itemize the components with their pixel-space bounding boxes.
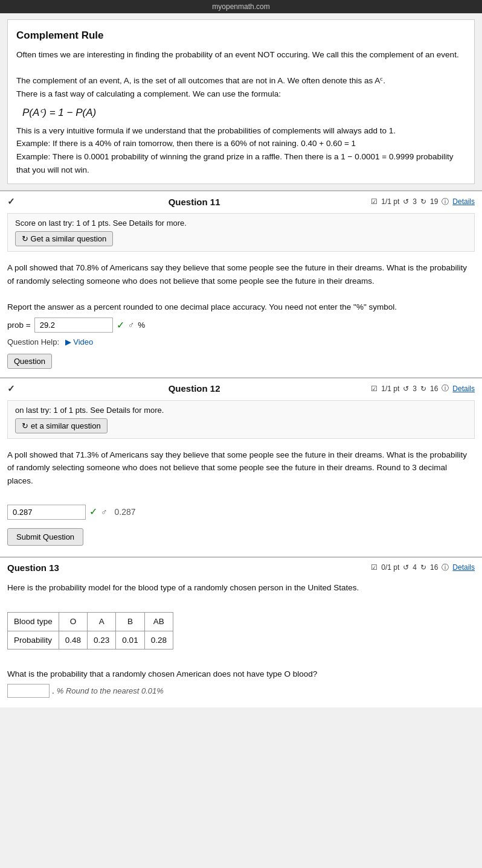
blood-type-b-header: B: [116, 613, 144, 631]
probability-label: Probability: [8, 631, 59, 649]
q12-body-text: A poll showed that 71.3% of Americans sa…: [7, 448, 475, 488]
q11-help-label: Question Help:: [7, 337, 59, 346]
q13-label: Question 13: [7, 563, 59, 573]
q12-checkmark: ✓: [7, 383, 15, 394]
question-13-header: Question 13 ☑ 0/1 pt ↺ 4 ↻ 16 ⓘ Details: [0, 558, 482, 575]
domain-label: myopenmath.com: [212, 2, 269, 11]
q12-answer-input[interactable]: [7, 505, 86, 520]
q11-input-row: prob = ✓ ♂ %: [7, 318, 475, 333]
question-12-block: ✓ Question 12 ☑ 1/1 pt ↺ 3 ↻ 16 ⓘ Detail…: [0, 377, 482, 557]
q11-points: 1/1 pt: [381, 197, 399, 206]
q11-report-text: Report the answer as a percent rounded t…: [7, 301, 475, 314]
q11-prob-unit: %: [138, 319, 145, 332]
q12-retry-count: 3: [413, 385, 417, 393]
q11-help-row: Question Help: ▶ Video: [7, 336, 475, 349]
q12-points: 1/1 pt: [381, 385, 399, 393]
q13-input-row: . % Round to the nearest 0.01%: [7, 684, 475, 698]
top-bar: myopenmath.com: [0, 0, 482, 13]
q13-body: Here is the probability model for the bl…: [0, 575, 482, 708]
q12-similar-label: et a similar question: [31, 421, 101, 430]
q11-checkmark: ✓: [7, 196, 15, 207]
q12-similar-icon: ↻: [22, 421, 28, 430]
prob-o-value: 0.48: [59, 631, 87, 649]
prob-ab-value: 0.28: [144, 631, 173, 649]
table-prob-row: Probability 0.48 0.23 0.01 0.28: [8, 631, 173, 649]
q11-prob-input[interactable]: [34, 318, 113, 333]
q13-header-right: ☑ 0/1 pt ↺ 4 ↻ 16 ⓘ Details: [371, 563, 475, 573]
formula-display: P(Aᶜ) = 1 − P(A): [16, 104, 466, 121]
q11-prob-label: prob =: [7, 319, 31, 332]
info-para-5: Example: If there is a 40% of rain tomor…: [16, 137, 466, 150]
blood-type-header: Blood type: [8, 613, 59, 631]
q12-info-icon: ⓘ: [442, 383, 449, 394]
q13-retry-icon: ↺: [403, 563, 409, 572]
blood-type-o-header: O: [59, 613, 87, 631]
q11-label: Question 11: [169, 197, 220, 207]
q11-info-icon: ⓘ: [442, 197, 449, 207]
info-box-title: Complement Rule: [16, 27, 466, 43]
blood-type-table: Blood type O A B AB Probability 0.48 0.2…: [7, 612, 173, 649]
blood-type-a-header: A: [88, 613, 116, 631]
q12-body: A poll showed that 71.3% of Americans sa…: [0, 442, 482, 557]
q12-refresh-count: 16: [430, 385, 438, 393]
q12-header-right: ☑ 1/1 pt ↺ 3 ↻ 16 ⓘ Details: [371, 383, 475, 394]
q11-score-text: Score on last try: 1 of 1 pts. See Detai…: [15, 219, 187, 228]
q13-info-icon: ⓘ: [442, 563, 449, 573]
info-para-2: The complement of an event, A, is the se…: [16, 74, 466, 88]
q12-check-icon: ☑: [371, 385, 378, 393]
q12-similar-button[interactable]: ↻ et a similar question: [15, 418, 108, 433]
question-12-header: ✓ Question 12 ☑ 1/1 pt ↺ 3 ↻ 16 ⓘ Detail…: [0, 378, 482, 397]
q12-label: Question 12: [169, 383, 220, 394]
question-13-block: Question 13 ☑ 0/1 pt ↺ 4 ↻ 16 ⓘ Details …: [0, 557, 482, 708]
q12-score-text: on last try: 1 of 1 pts. See Details for…: [15, 406, 164, 415]
info-para-3: There is a fast way of calculating a com…: [16, 88, 466, 101]
q13-details-label[interactable]: Details: [452, 563, 475, 572]
q11-similar-button[interactable]: ↻ Get a similar question: [15, 231, 113, 246]
info-para-4: This is a very intuitive formula if we u…: [16, 124, 466, 138]
info-para-1: Often times we are interesting in findin…: [16, 48, 466, 62]
table-header-row: Blood type O A B AB: [8, 613, 173, 631]
q11-details-label[interactable]: Details: [452, 197, 475, 206]
q11-male-icon: ♂: [128, 318, 135, 331]
q11-refresh-icon: ↻: [420, 197, 426, 206]
complement-rule-box: Complement Rule Often times we are inter…: [7, 19, 475, 184]
q12-input-row: ✓ ♂ 0.287: [7, 504, 475, 520]
q13-answer-input[interactable]: [7, 684, 50, 698]
info-para-6: Example: There is 0.0001 probability of …: [16, 150, 466, 176]
q12-details-label[interactable]: Details: [452, 385, 475, 393]
q13-round-note: % Round to the nearest 0.01%: [57, 685, 164, 698]
q11-help-video[interactable]: ▶ Video: [65, 337, 94, 346]
prob-b-value: 0.01: [116, 631, 144, 649]
q12-refresh-icon: ↻: [420, 385, 426, 393]
q13-points: 0/1 pt: [381, 563, 399, 572]
q12-male-icon: ♂: [101, 505, 108, 519]
q11-refresh-count: 19: [430, 197, 438, 206]
q13-refresh-icon: ↻: [420, 563, 426, 572]
q12-answer-display: 0.287: [115, 505, 136, 519]
q13-body-text: Here is the probability model for the bl…: [7, 581, 475, 595]
q11-post-question-button[interactable]: Question: [7, 354, 52, 369]
q12-submit-button[interactable]: Submit Question: [7, 528, 83, 546]
question-11-block: ✓ Question 11 ☑ 1/1 pt ↺ 3 ↻ 19 ⓘ Detail…: [0, 190, 482, 377]
q12-check-icon-green: ✓: [89, 504, 97, 520]
q11-body: A poll showed that 70.8% of Americans sa…: [0, 255, 482, 377]
q12-retry-icon: ↺: [403, 385, 409, 393]
q13-question-text: What is the probability that a randomly …: [7, 668, 475, 681]
q13-refresh-count: 16: [430, 563, 438, 572]
q11-retry-icon: ↺: [403, 197, 409, 206]
q11-header-right: ☑ 1/1 pt ↺ 3 ↻ 19 ⓘ Details: [371, 197, 475, 207]
q13-check-icon: ☑: [371, 563, 378, 572]
q11-retry-count: 3: [413, 197, 417, 206]
q11-score-section: Score on last try: 1 of 1 pts. See Detai…: [7, 213, 475, 252]
prob-a-value: 0.23: [88, 631, 116, 649]
q11-check-icon-green: ✓: [117, 318, 124, 333]
q11-body-text: A poll showed that 70.8% of Americans sa…: [7, 261, 475, 287]
q13-dot: .: [52, 685, 54, 698]
q11-check-icon: ☑: [371, 197, 378, 206]
q13-retry-count: 4: [413, 563, 417, 572]
question-11-header: ✓ Question 11 ☑ 1/1 pt ↺ 3 ↻ 19 ⓘ Detail…: [0, 191, 482, 209]
blood-type-ab-header: AB: [144, 613, 173, 631]
q12-score-section: on last try: 1 of 1 pts. See Details for…: [7, 400, 475, 439]
